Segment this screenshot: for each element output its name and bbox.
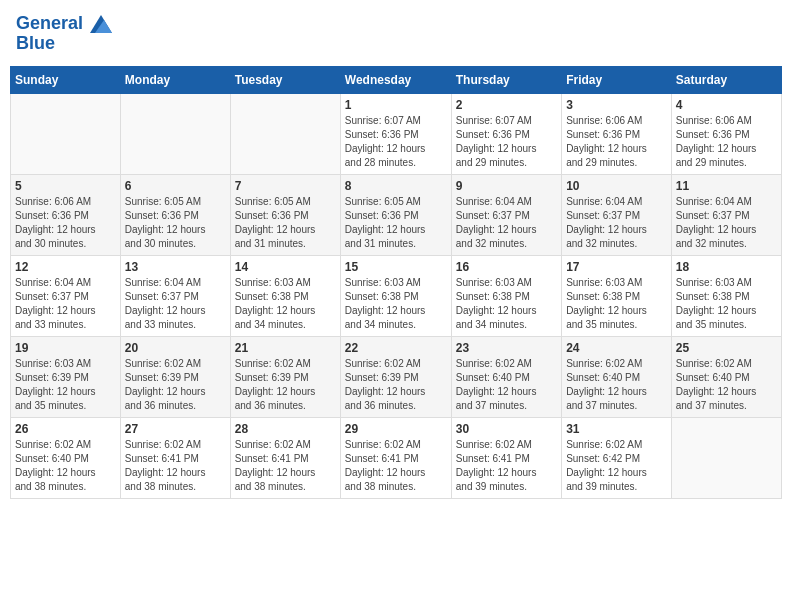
day-info: Sunrise: 6:07 AM Sunset: 6:36 PM Dayligh… [345, 114, 447, 170]
header-sunday: Sunday [11, 66, 121, 93]
day-number: 9 [456, 179, 557, 193]
calendar-cell: 23Sunrise: 6:02 AM Sunset: 6:40 PM Dayli… [451, 336, 561, 417]
calendar-cell: 6Sunrise: 6:05 AM Sunset: 6:36 PM Daylig… [120, 174, 230, 255]
day-info: Sunrise: 6:03 AM Sunset: 6:38 PM Dayligh… [566, 276, 667, 332]
day-number: 23 [456, 341, 557, 355]
header-wednesday: Wednesday [340, 66, 451, 93]
day-info: Sunrise: 6:05 AM Sunset: 6:36 PM Dayligh… [345, 195, 447, 251]
calendar-week-5: 26Sunrise: 6:02 AM Sunset: 6:40 PM Dayli… [11, 417, 782, 498]
logo-icon [90, 15, 112, 33]
calendar-cell: 19Sunrise: 6:03 AM Sunset: 6:39 PM Dayli… [11, 336, 121, 417]
day-number: 4 [676, 98, 777, 112]
calendar-cell: 30Sunrise: 6:02 AM Sunset: 6:41 PM Dayli… [451, 417, 561, 498]
day-info: Sunrise: 6:05 AM Sunset: 6:36 PM Dayligh… [125, 195, 226, 251]
calendar-cell [120, 93, 230, 174]
day-info: Sunrise: 6:03 AM Sunset: 6:38 PM Dayligh… [345, 276, 447, 332]
header-thursday: Thursday [451, 66, 561, 93]
day-number: 5 [15, 179, 116, 193]
calendar-cell: 15Sunrise: 6:03 AM Sunset: 6:38 PM Dayli… [340, 255, 451, 336]
header-saturday: Saturday [671, 66, 781, 93]
calendar-cell: 9Sunrise: 6:04 AM Sunset: 6:37 PM Daylig… [451, 174, 561, 255]
day-number: 27 [125, 422, 226, 436]
calendar-cell: 11Sunrise: 6:04 AM Sunset: 6:37 PM Dayli… [671, 174, 781, 255]
day-number: 28 [235, 422, 336, 436]
day-number: 25 [676, 341, 777, 355]
calendar-cell: 29Sunrise: 6:02 AM Sunset: 6:41 PM Dayli… [340, 417, 451, 498]
calendar-cell: 14Sunrise: 6:03 AM Sunset: 6:38 PM Dayli… [230, 255, 340, 336]
day-number: 18 [676, 260, 777, 274]
day-info: Sunrise: 6:02 AM Sunset: 6:40 PM Dayligh… [676, 357, 777, 413]
calendar-cell: 7Sunrise: 6:05 AM Sunset: 6:36 PM Daylig… [230, 174, 340, 255]
day-number: 16 [456, 260, 557, 274]
day-number: 3 [566, 98, 667, 112]
logo: General Blue [16, 14, 112, 54]
day-info: Sunrise: 6:02 AM Sunset: 6:39 PM Dayligh… [345, 357, 447, 413]
header-monday: Monday [120, 66, 230, 93]
day-info: Sunrise: 6:02 AM Sunset: 6:39 PM Dayligh… [235, 357, 336, 413]
calendar-cell: 28Sunrise: 6:02 AM Sunset: 6:41 PM Dayli… [230, 417, 340, 498]
day-info: Sunrise: 6:02 AM Sunset: 6:41 PM Dayligh… [125, 438, 226, 494]
day-info: Sunrise: 6:04 AM Sunset: 6:37 PM Dayligh… [125, 276, 226, 332]
day-info: Sunrise: 6:02 AM Sunset: 6:40 PM Dayligh… [15, 438, 116, 494]
day-info: Sunrise: 6:04 AM Sunset: 6:37 PM Dayligh… [676, 195, 777, 251]
day-number: 6 [125, 179, 226, 193]
day-number: 13 [125, 260, 226, 274]
calendar-cell: 27Sunrise: 6:02 AM Sunset: 6:41 PM Dayli… [120, 417, 230, 498]
day-info: Sunrise: 6:06 AM Sunset: 6:36 PM Dayligh… [676, 114, 777, 170]
day-info: Sunrise: 6:07 AM Sunset: 6:36 PM Dayligh… [456, 114, 557, 170]
day-info: Sunrise: 6:02 AM Sunset: 6:39 PM Dayligh… [125, 357, 226, 413]
day-number: 11 [676, 179, 777, 193]
day-number: 7 [235, 179, 336, 193]
day-info: Sunrise: 6:02 AM Sunset: 6:41 PM Dayligh… [456, 438, 557, 494]
calendar-table: SundayMondayTuesdayWednesdayThursdayFrid… [10, 66, 782, 499]
calendar-cell [230, 93, 340, 174]
day-number: 2 [456, 98, 557, 112]
day-number: 20 [125, 341, 226, 355]
calendar-week-1: 1Sunrise: 6:07 AM Sunset: 6:36 PM Daylig… [11, 93, 782, 174]
day-number: 17 [566, 260, 667, 274]
day-number: 1 [345, 98, 447, 112]
day-info: Sunrise: 6:02 AM Sunset: 6:42 PM Dayligh… [566, 438, 667, 494]
day-info: Sunrise: 6:04 AM Sunset: 6:37 PM Dayligh… [456, 195, 557, 251]
day-number: 29 [345, 422, 447, 436]
calendar-cell: 31Sunrise: 6:02 AM Sunset: 6:42 PM Dayli… [562, 417, 672, 498]
calendar-cell: 13Sunrise: 6:04 AM Sunset: 6:37 PM Dayli… [120, 255, 230, 336]
day-info: Sunrise: 6:06 AM Sunset: 6:36 PM Dayligh… [15, 195, 116, 251]
day-number: 22 [345, 341, 447, 355]
calendar-cell: 5Sunrise: 6:06 AM Sunset: 6:36 PM Daylig… [11, 174, 121, 255]
day-info: Sunrise: 6:03 AM Sunset: 6:38 PM Dayligh… [676, 276, 777, 332]
day-info: Sunrise: 6:03 AM Sunset: 6:39 PM Dayligh… [15, 357, 116, 413]
day-number: 12 [15, 260, 116, 274]
calendar-cell [671, 417, 781, 498]
page-header: General Blue [10, 10, 782, 58]
day-number: 26 [15, 422, 116, 436]
day-number: 8 [345, 179, 447, 193]
day-number: 24 [566, 341, 667, 355]
day-info: Sunrise: 6:04 AM Sunset: 6:37 PM Dayligh… [566, 195, 667, 251]
calendar-week-2: 5Sunrise: 6:06 AM Sunset: 6:36 PM Daylig… [11, 174, 782, 255]
calendar-cell: 24Sunrise: 6:02 AM Sunset: 6:40 PM Dayli… [562, 336, 672, 417]
logo-blue: Blue [16, 33, 55, 53]
calendar-cell: 12Sunrise: 6:04 AM Sunset: 6:37 PM Dayli… [11, 255, 121, 336]
calendar-header-row: SundayMondayTuesdayWednesdayThursdayFrid… [11, 66, 782, 93]
calendar-cell: 10Sunrise: 6:04 AM Sunset: 6:37 PM Dayli… [562, 174, 672, 255]
calendar-cell: 20Sunrise: 6:02 AM Sunset: 6:39 PM Dayli… [120, 336, 230, 417]
day-number: 19 [15, 341, 116, 355]
calendar-cell: 3Sunrise: 6:06 AM Sunset: 6:36 PM Daylig… [562, 93, 672, 174]
calendar-cell: 4Sunrise: 6:06 AM Sunset: 6:36 PM Daylig… [671, 93, 781, 174]
day-number: 15 [345, 260, 447, 274]
logo-general: General [16, 13, 83, 33]
calendar-week-4: 19Sunrise: 6:03 AM Sunset: 6:39 PM Dayli… [11, 336, 782, 417]
day-info: Sunrise: 6:02 AM Sunset: 6:40 PM Dayligh… [456, 357, 557, 413]
day-number: 31 [566, 422, 667, 436]
calendar-cell: 18Sunrise: 6:03 AM Sunset: 6:38 PM Dayli… [671, 255, 781, 336]
day-number: 21 [235, 341, 336, 355]
day-number: 14 [235, 260, 336, 274]
calendar-cell: 16Sunrise: 6:03 AM Sunset: 6:38 PM Dayli… [451, 255, 561, 336]
day-info: Sunrise: 6:05 AM Sunset: 6:36 PM Dayligh… [235, 195, 336, 251]
calendar-cell: 26Sunrise: 6:02 AM Sunset: 6:40 PM Dayli… [11, 417, 121, 498]
calendar-week-3: 12Sunrise: 6:04 AM Sunset: 6:37 PM Dayli… [11, 255, 782, 336]
day-info: Sunrise: 6:03 AM Sunset: 6:38 PM Dayligh… [456, 276, 557, 332]
day-info: Sunrise: 6:06 AM Sunset: 6:36 PM Dayligh… [566, 114, 667, 170]
header-friday: Friday [562, 66, 672, 93]
